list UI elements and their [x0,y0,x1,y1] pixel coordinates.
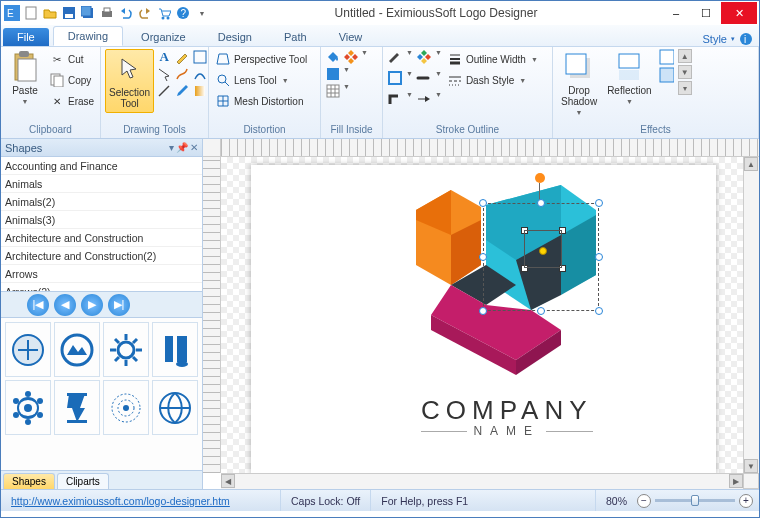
maximize-button[interactable]: ☐ [691,2,721,24]
pen-tool-icon[interactable] [174,49,190,65]
list-item[interactable]: Architecture and Construction(2) [1,247,202,265]
gradient-tool-icon[interactable] [192,83,208,99]
effect-preset-1-icon[interactable] [658,49,674,65]
zoom-slider[interactable] [655,499,735,502]
scroll-left-icon[interactable]: ◀ [221,474,235,488]
style-link[interactable]: Style [703,33,727,45]
tab-view[interactable]: View [325,28,377,46]
print-icon[interactable] [98,4,116,22]
scrollbar-vertical[interactable]: ▲ ▼ [743,157,759,473]
dash-style-button[interactable]: Dash Style▼ [445,70,528,90]
shape-thumbnail[interactable] [54,322,100,377]
fill-gradient-icon[interactable] [343,49,359,65]
open-icon[interactable] [41,4,59,22]
resize-handle-se[interactable] [595,307,603,315]
lens-tool-button[interactable]: Lens Tool▼ [213,70,309,90]
eyedropper-icon[interactable] [174,83,190,99]
resize-handle-nw[interactable] [479,199,487,207]
fill-solid-icon[interactable] [325,66,341,82]
selection-tool-button[interactable]: Selection Tool [105,49,154,113]
nav-prev-icon[interactable]: ◀ [54,294,76,316]
tab-path[interactable]: Path [270,28,321,46]
paste-button[interactable]: Paste ▼ [5,49,45,107]
minimize-button[interactable]: – [661,2,691,24]
cut-button[interactable]: ✂Cut [47,49,96,69]
redo-icon[interactable] [136,4,154,22]
list-item[interactable]: Animals [1,175,202,193]
panel-close-icon[interactable]: ✕ [190,142,198,153]
outline-width-button[interactable]: Outline Width▼ [445,49,540,69]
effect-preset-2-icon[interactable] [658,67,674,83]
status-link[interactable]: http://www.eximioussoft.com/logo-designe… [11,495,230,507]
effect-gallery-icon[interactable]: ▾ [678,81,692,95]
tab-drawing[interactable]: Drawing [53,26,123,46]
tab-shapes[interactable]: Shapes [3,473,55,489]
nav-last-icon[interactable]: ▶| [108,294,130,316]
shape-thumbnail[interactable] [152,322,198,377]
list-item[interactable]: Arrows(2) [1,283,202,292]
mesh-distortion-button[interactable]: Mesh Distortion [213,91,309,111]
freehand-tool-icon[interactable] [174,66,190,82]
resize-handle-n[interactable] [537,199,545,207]
resize-handle-e[interactable] [595,253,603,261]
line-tool-icon[interactable] [156,83,172,99]
undo-icon[interactable] [117,4,135,22]
help-icon[interactable]: ? [174,4,192,22]
list-item[interactable]: Accounting and Finance [1,157,202,175]
stroke-arrow-icon[interactable] [416,91,432,107]
nav-next-icon[interactable]: ▶ [81,294,103,316]
resize-handle-ne[interactable] [595,199,603,207]
new-icon[interactable] [22,4,40,22]
effect-scroll-down-icon[interactable]: ▼ [678,65,692,79]
fill-bucket-icon[interactable] [325,49,341,65]
scroll-down-icon[interactable]: ▼ [744,459,758,473]
shape-thumbnail[interactable] [5,380,51,435]
cart-icon[interactable] [155,4,173,22]
stroke-solid-icon[interactable] [387,70,403,86]
list-item[interactable]: Animals(3) [1,211,202,229]
bezier-tool-icon[interactable] [192,66,208,82]
save-icon[interactable] [60,4,78,22]
shapes-category-list[interactable]: Accounting and Finance Animals Animals(2… [1,157,202,292]
resize-handle-w[interactable] [479,253,487,261]
zoom-in-button[interactable]: + [739,494,753,508]
copy-button[interactable]: Copy [47,70,96,90]
qat-dropdown-icon[interactable]: ▼ [193,4,211,22]
stroke-cap-icon[interactable] [416,70,432,86]
shape-thumbnail[interactable] [5,322,51,377]
zoom-thumb[interactable] [691,495,699,506]
shape-thumbnail[interactable] [54,380,100,435]
effect-scroll-up-icon[interactable]: ▲ [678,49,692,63]
shape-thumbnail[interactable] [103,380,149,435]
tab-organize[interactable]: Organize [127,28,200,46]
scroll-right-icon[interactable]: ▶ [729,474,743,488]
help-info-icon[interactable]: i [739,32,753,46]
company-text-block[interactable]: COMPANY NAME [421,395,593,438]
node-tool-icon[interactable] [156,66,172,82]
text-tool-icon[interactable]: A [156,49,172,65]
panel-pin-icon[interactable]: 📌 [176,142,188,153]
perspective-tool-button[interactable]: Perspective Tool [213,49,309,69]
close-button[interactable]: ✕ [721,2,757,24]
list-item[interactable]: Animals(2) [1,193,202,211]
scrollbar-horizontal[interactable]: ◀ ▶ [221,473,743,489]
scroll-up-icon[interactable]: ▲ [744,157,758,171]
stroke-color-icon[interactable] [416,49,432,65]
list-item[interactable]: Arrows [1,265,202,283]
nav-first-icon[interactable]: |◀ [27,294,49,316]
fill-pattern-icon[interactable] [325,83,341,99]
drop-shadow-button[interactable]: Drop Shadow ▼ [557,49,601,118]
resize-handle-s[interactable] [537,307,545,315]
canvas-viewport[interactable]: COMPANY NAME [221,157,743,473]
shape-thumbnail[interactable] [152,380,198,435]
tab-cliparts[interactable]: Cliparts [57,473,109,489]
zoom-out-button[interactable]: − [637,494,651,508]
shape-thumbnail[interactable] [103,322,149,377]
list-item[interactable]: Architecture and Construction [1,229,202,247]
erase-button[interactable]: ✕Erase [47,91,96,111]
canvas-page[interactable]: COMPANY NAME [251,165,716,473]
tab-file[interactable]: File [3,28,49,46]
rotation-handle[interactable] [535,173,545,183]
tab-design[interactable]: Design [204,28,266,46]
stroke-join-icon[interactable] [387,91,403,107]
